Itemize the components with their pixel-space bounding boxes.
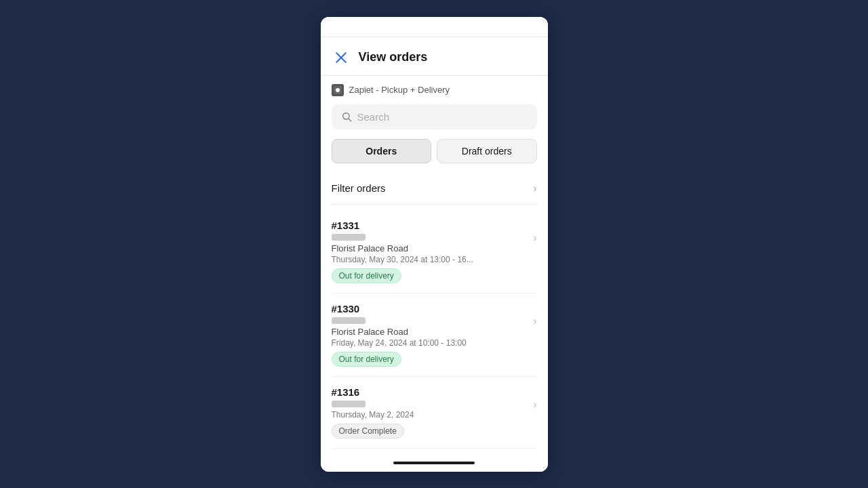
order-badge: Out for delivery <box>332 268 401 283</box>
bottom-bar <box>321 457 548 472</box>
tab-draft-orders[interactable]: Draft orders <box>437 139 537 163</box>
order-number: #1316 <box>332 386 528 398</box>
source-icon <box>332 84 344 96</box>
order-item-1331[interactable]: #1331 Florist Palace Road Thursday, May … <box>332 210 537 293</box>
order-chevron-icon: › <box>533 232 536 244</box>
order-item-1330[interactable]: #1330 Florist Palace Road Friday, May 24… <box>332 293 537 377</box>
close-button[interactable] <box>332 48 351 67</box>
order-badge: Order Complete <box>332 424 404 439</box>
order-details-1330: #1330 Florist Palace Road Friday, May 24… <box>332 303 528 367</box>
order-datetime: Friday, May 24, 2024 at 10:00 - 13:00 <box>332 338 528 348</box>
order-item-1316[interactable]: #1316 Thursday, May 2, 2024 Order Comple… <box>332 377 537 449</box>
search-placeholder: Search <box>357 111 390 123</box>
tab-orders[interactable]: Orders <box>332 139 432 163</box>
order-badge: Out for delivery <box>332 352 401 367</box>
top-bar <box>321 17 548 37</box>
order-number: #1331 <box>332 220 528 231</box>
header: View orders <box>321 37 548 76</box>
svg-line-5 <box>349 119 351 121</box>
order-details-1316: #1316 Thursday, May 2, 2024 Order Comple… <box>332 386 528 439</box>
order-name-redacted <box>332 401 366 407</box>
order-name-redacted <box>332 317 366 324</box>
search-bar[interactable]: Search <box>332 104 537 129</box>
orders-list: #1331 Florist Palace Road Thursday, May … <box>332 210 537 449</box>
order-chevron-icon: › <box>533 399 536 411</box>
content-area: Zapiet - Pickup + Delivery Search Orders… <box>321 76 548 457</box>
source-row: Zapiet - Pickup + Delivery <box>332 84 537 96</box>
search-icon <box>341 111 352 122</box>
source-label: Zapiet - Pickup + Delivery <box>349 85 450 95</box>
order-number: #1330 <box>332 303 528 314</box>
home-indicator <box>393 462 475 464</box>
order-chevron-icon: › <box>533 315 536 327</box>
order-datetime: Thursday, May 30, 2024 at 13:00 - 16... <box>332 255 528 264</box>
page-title: View orders <box>359 50 428 64</box>
order-datetime: Thursday, May 2, 2024 <box>332 410 528 420</box>
filter-row[interactable]: Filter orders › <box>332 173 537 205</box>
svg-point-3 <box>336 88 340 92</box>
order-address: Florist Palace Road <box>332 243 528 253</box>
order-name-redacted <box>332 234 366 241</box>
order-address: Florist Palace Road <box>332 327 528 337</box>
filter-label: Filter orders <box>332 182 386 194</box>
order-details-1331: #1331 Florist Palace Road Thursday, May … <box>332 220 528 283</box>
filter-chevron-icon: › <box>533 182 536 195</box>
tab-row: Orders Draft orders <box>332 139 537 163</box>
screen-wrapper: View orders Zapiet - Pickup + Delivery S… <box>321 17 548 472</box>
